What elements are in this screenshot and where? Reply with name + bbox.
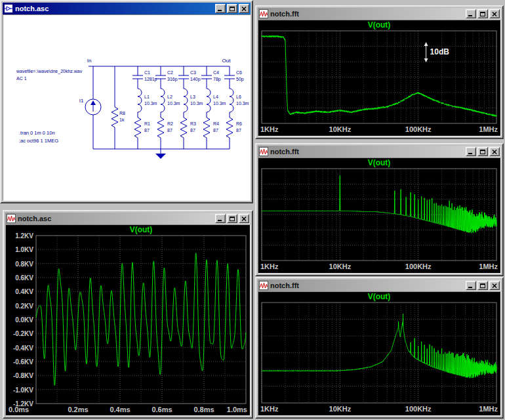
schematic-text: C2: [167, 70, 173, 75]
y-tick-label: 0.0KV: [15, 316, 33, 324]
y-tick-label: -0.8KV: [13, 372, 33, 379]
schematic-text: R1: [144, 121, 150, 126]
x-tick-label: 1MHz: [479, 262, 498, 270]
schematic-text: 1k: [119, 117, 125, 122]
minimize-button[interactable]: [466, 9, 476, 18]
maximize-button[interactable]: [477, 147, 488, 156]
schematic-text: 87: [236, 128, 241, 133]
resistor-symbol: [111, 107, 118, 127]
minimize-button[interactable]: [466, 281, 476, 290]
titlebar-fft-2[interactable]: notch.fft: [258, 146, 501, 158]
x-tick-label: 0.8ms: [193, 406, 214, 413]
resistor-symbol: [180, 117, 187, 138]
inductor-symbol: [161, 89, 165, 112]
schematic-drawing: InOutI1wavefile=.\wave\dne_20khz.wavAC 1…: [3, 15, 250, 200]
x-tick-label: 1KHz: [260, 405, 279, 413]
y-tick-label: -0.4KV: [13, 345, 33, 352]
schematic-text: 316p: [167, 77, 178, 82]
trace-title: V(out): [368, 158, 391, 167]
close-button[interactable]: [489, 9, 500, 18]
schematic-text: In: [87, 58, 92, 64]
schematic-text: C4: [213, 70, 219, 75]
close-button[interactable]: [239, 214, 249, 223]
titlebar-fft-3[interactable]: notch.fft: [258, 280, 501, 291]
schematic-text: 10.3m: [236, 101, 249, 106]
window-fft-2: notch.fft 1KHz10KHz100KHz1MHzV(out): [255, 143, 504, 276]
x-tick-label: 0.0ms: [9, 406, 29, 413]
waveform-doc-icon: [7, 214, 16, 223]
schematic-text: 1281p: [144, 77, 157, 82]
schematic-text: R8: [119, 111, 125, 116]
fft1-plot-canvas[interactable]: 1KHz10KHz100KHz1MHzV(out)10dB: [258, 20, 501, 136]
schematic-text: L4: [213, 94, 218, 99]
minimize-button[interactable]: [215, 4, 226, 13]
shape: [262, 31, 496, 123]
y-tick-label: 0.8KV: [15, 261, 33, 268]
titlebar-fft-1[interactable]: notch.fft: [258, 8, 501, 20]
window-title: notch.asc: [15, 5, 213, 12]
schematic-text: 87: [167, 128, 172, 133]
resistor-symbol: [226, 117, 233, 138]
window-schematic: notch.asc InOutI1wavefile=.\wave\dne_20k…: [0, 0, 253, 203]
resistor-symbol: [134, 117, 141, 138]
schematic-text: 10.3m: [144, 101, 157, 106]
titlebar-schematic[interactable]: notch.asc: [3, 3, 251, 14]
schematic-text: C1: [144, 70, 150, 75]
y-tick-label: 0.2KV: [15, 303, 33, 310]
fft3-plot: 1KHz10KHz100KHz1MHzV(out): [258, 292, 500, 414]
schematic-text: 78p: [213, 77, 221, 82]
y-tick-label: 1.2KV: [15, 232, 33, 240]
shape: [468, 287, 472, 288]
window-waveform: notch.asc 1.2KV1.0KV0.8KV0.6KV0.4KV0.2KV…: [3, 210, 253, 419]
fft2-plot-canvas[interactable]: 1KHz10KHz100KHz1MHzV(out): [258, 158, 501, 274]
minimize-button[interactable]: [215, 214, 226, 223]
minimize-button[interactable]: [466, 147, 476, 156]
arrow-up-icon: [424, 42, 428, 46]
close-button[interactable]: [489, 147, 500, 156]
maximize-button[interactable]: [227, 4, 237, 13]
window-title: notch.fft: [270, 10, 464, 18]
waveform-plot-canvas[interactable]: 1.2KV1.0KV0.8KV0.6KV0.4KV0.2KV0.0KV-0.2K…: [5, 224, 251, 416]
caption-buttons: [466, 9, 500, 18]
fft3-plot-canvas[interactable]: 1KHz10KHz100KHz1MHzV(out): [258, 291, 501, 416]
close-button[interactable]: [239, 4, 249, 13]
window-fft-3: notch.fft 1KHz10KHz100KHz1MHzV(out): [255, 277, 504, 419]
y-tick-label: -1.0KV: [13, 387, 33, 394]
trace-vout: [262, 314, 496, 378]
schematic-text: L6: [236, 94, 241, 99]
window-title: notch.fft: [270, 148, 464, 156]
close-button[interactable]: [489, 281, 500, 290]
y-tick-label: -0.6KV: [13, 358, 33, 366]
schematic-text: L2: [167, 94, 172, 99]
schematic-text: R3: [190, 121, 196, 126]
window-fft-1: notch.fft 1KHz10KHz100KHz1MHzV(out)10dB: [255, 5, 504, 139]
schematic-text: L1: [144, 94, 150, 99]
x-tick-label: 1MHz: [479, 125, 498, 133]
caption-buttons: [466, 147, 500, 156]
resistor-symbol: [157, 117, 164, 138]
fft-doc-icon: [259, 281, 268, 290]
shape: [468, 15, 472, 16]
y-tick-label: 0.4KV: [15, 288, 33, 295]
maximize-button[interactable]: [477, 281, 488, 290]
schematic-text: .tran 0 1m 0 10n: [19, 130, 55, 136]
trace-title: V(out): [368, 20, 391, 30]
schematic-text: R6: [236, 121, 242, 126]
x-tick-label: 1.0ms: [227, 406, 247, 413]
x-tick-label: 100KHz: [405, 125, 432, 133]
caption-buttons: [466, 281, 500, 290]
resistor-symbol: [203, 117, 210, 138]
schematic-text: I1: [79, 98, 84, 104]
schematic-text: 87: [144, 128, 150, 133]
schematic-text: 50p: [236, 77, 244, 82]
fft-doc-icon: [259, 147, 268, 156]
fft1-plot: 1KHz10KHz100KHz1MHzV(out)10dB: [258, 20, 500, 135]
titlebar-waveform[interactable]: notch.asc: [5, 213, 251, 224]
schematic-text: wavefile=.\wave\dne_20khz.wav: [16, 69, 83, 74]
maximize-button[interactable]: [477, 9, 488, 18]
shape: [468, 153, 472, 154]
shape: [218, 10, 222, 11]
maximize-button[interactable]: [227, 214, 237, 223]
schematic-canvas[interactable]: InOutI1wavefile=.\wave\dne_20khz.wavAC 1…: [3, 14, 251, 201]
inductor-symbol: [138, 89, 142, 112]
